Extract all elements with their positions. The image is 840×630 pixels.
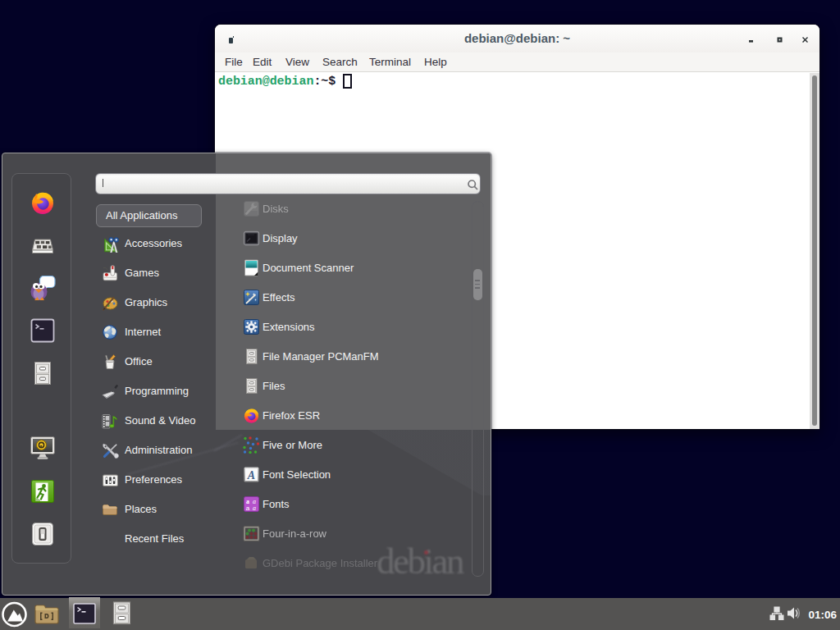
- svg-text:a: a: [246, 504, 250, 512]
- svg-text:a: a: [253, 504, 256, 512]
- svg-text:A: A: [247, 469, 255, 482]
